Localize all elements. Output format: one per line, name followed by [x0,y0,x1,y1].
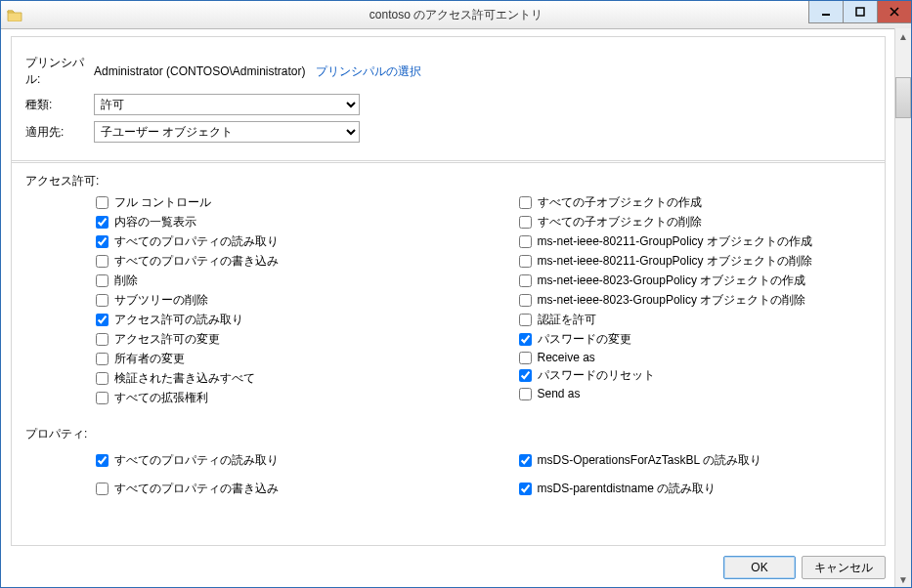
permission-left-label: すべての拡張権利 [114,390,208,406]
permissions-left-column: フル コントロール内容の一覧表示すべてのプロパティの読み取りすべてのプロパティの… [25,193,449,408]
properties-columns: すべてのプロパティの読み取りすべてのプロパティの書き込み msDS-Operat… [25,446,871,503]
permission-left-label: フル コントロール [114,194,211,211]
permission-right-row: パスワードのリセット [519,366,872,386]
property-left-checkbox[interactable] [96,454,109,467]
titlebar: contoso のアクセス許可エントリ [1,1,911,29]
permission-right-row: パスワードの変更 [519,330,872,350]
permission-left-label: 内容の一覧表示 [114,214,196,231]
permission-right-label: ms-net-ieee-80211-GroupPolicy オブジェクトの削除 [538,253,812,270]
permission-left-checkbox[interactable] [96,333,109,346]
permission-right-checkbox[interactable] [519,314,532,326]
applies-label: 適用先: [25,124,94,141]
permission-right-label: パスワードの変更 [538,331,631,348]
property-left-label: すべてのプロパティの読み取り [114,452,279,469]
permission-left-label: すべてのプロパティの書き込み [114,253,279,270]
permission-right-label: Send as [538,387,581,400]
permission-entry-window: contoso のアクセス許可エントリ ▲ ▼ プリンシパル: Administ… [0,0,912,588]
permission-right-row: ms-net-ieee-80211-GroupPolicy オブジェクトの削除 [519,252,872,272]
permission-right-checkbox[interactable] [519,216,532,229]
type-select[interactable]: 許可 [94,94,360,115]
property-left-checkbox[interactable] [96,483,109,495]
permission-left-row: 所有者の変更 [96,350,449,369]
scroll-up-arrow[interactable]: ▲ [895,28,911,44]
permission-right-checkbox[interactable] [519,352,532,364]
permission-right-label: ms-net-ieee-8023-GroupPolicy オブジェクトの作成 [538,273,806,289]
permission-left-label: アクセス許可の読み取り [114,312,243,328]
permission-right-checkbox[interactable] [519,294,532,307]
property-right-checkbox[interactable] [519,454,532,467]
permissions-columns: フル コントロール内容の一覧表示すべてのプロパティの読み取りすべてのプロパティの… [25,193,871,408]
principal-row: プリンシパル: Administrator (CONTOSO\Administr… [25,55,871,88]
property-right-label: msDS-OperationsForAzTaskBL の読み取り [538,452,762,469]
permission-right-checkbox[interactable] [519,369,532,382]
permission-right-label: ms-net-ieee-80211-GroupPolicy オブジェクトの作成 [538,233,812,250]
permission-left-label: サブツリーの削除 [114,292,208,309]
folder-icon [7,8,22,21]
permissions-right-column: すべての子オブジェクトの作成すべての子オブジェクトの削除ms-net-ieee-… [449,193,872,408]
close-button[interactable] [877,1,911,23]
permission-left-row: 削除 [96,272,449,291]
type-label: 種類: [25,97,94,113]
properties-left-column: すべてのプロパティの読み取りすべてのプロパティの書き込み [25,446,449,503]
permission-left-row: すべての拡張権利 [96,389,449,408]
permission-left-checkbox[interactable] [96,235,109,248]
property-right-row: msDS-parentdistname の読み取り [519,475,872,503]
permission-left-row: フル コントロール [96,193,449,213]
permission-left-checkbox[interactable] [96,274,109,287]
type-row: 種類: 許可 [25,94,871,115]
permission-left-row: 検証された書き込みすべて [96,369,449,389]
scroll-thumb[interactable] [895,77,911,118]
principal-value: Administrator (CONTOSO\Administrator) [94,64,306,78]
permission-right-label: 認証を許可 [538,312,596,328]
permission-right-checkbox[interactable] [519,274,532,287]
permission-right-row: すべての子オブジェクトの作成 [519,193,872,213]
permission-right-checkbox[interactable] [519,388,532,400]
permission-right-checkbox[interactable] [519,235,532,248]
permission-left-row: アクセス許可の読み取り [96,311,449,330]
permission-left-checkbox[interactable] [96,392,109,404]
permission-right-label: すべての子オブジェクトの削除 [538,214,702,231]
permission-right-row: 認証を許可 [519,311,872,330]
minimize-button[interactable] [808,1,843,23]
ok-button[interactable]: OK [723,556,796,579]
scroll-down-arrow[interactable]: ▼ [895,571,911,587]
applies-row: 適用先: 子ユーザー オブジェクト [25,121,871,143]
permissions-group: アクセス許可: フル コントロール内容の一覧表示すべてのプロパティの読み取りすべ… [11,160,886,546]
permission-right-checkbox[interactable] [519,255,532,268]
window-title: contoso のアクセス許可エントリ [369,7,543,23]
properties-section-label: プロパティ: [25,426,871,442]
permission-left-checkbox[interactable] [96,216,109,229]
permission-left-checkbox[interactable] [96,372,109,385]
window-controls [808,1,911,22]
body-area: プリンシパル: Administrator (CONTOSO\Administr… [1,28,895,587]
permission-left-label: アクセス許可の変更 [114,331,220,348]
permission-left-checkbox[interactable] [96,196,109,209]
permission-right-row: Send as [519,386,872,402]
cancel-button[interactable]: キャンセル [802,556,886,579]
permission-right-row: すべての子オブジェクトの削除 [519,213,872,232]
permission-right-checkbox[interactable] [519,196,532,209]
vertical-scrollbar[interactable]: ▲ ▼ [894,28,911,587]
svg-rect-0 [822,14,830,16]
permission-left-checkbox[interactable] [96,294,109,307]
permission-left-checkbox[interactable] [96,255,109,268]
properties-right-column: msDS-OperationsForAzTaskBL の読み取りmsDS-par… [449,446,872,503]
permission-left-row: サブツリーの削除 [96,291,449,311]
permission-left-label: 検証された書き込みすべて [114,370,255,387]
applies-select[interactable]: 子ユーザー オブジェクト [94,121,360,143]
permission-right-row: ms-net-ieee-8023-GroupPolicy オブジェクトの削除 [519,291,872,311]
property-right-checkbox[interactable] [519,483,532,495]
principal-label: プリンシパル: [25,55,94,88]
permission-right-label: パスワードのリセット [538,367,655,384]
property-right-label: msDS-parentdistname の読み取り [538,481,717,497]
select-principal-link[interactable]: プリンシパルの選択 [316,63,421,80]
principal-group: プリンシパル: Administrator (CONTOSO\Administr… [11,36,886,163]
permission-right-checkbox[interactable] [519,333,532,346]
permission-left-checkbox[interactable] [96,314,109,326]
property-right-row: msDS-OperationsForAzTaskBL の読み取り [519,446,872,475]
properties-block: プロパティ: すべてのプロパティの読み取りすべてのプロパティの書き込み msDS… [25,426,871,503]
svg-rect-1 [856,8,864,16]
permissions-section-label: アクセス許可: [25,173,871,189]
permission-left-checkbox[interactable] [96,353,109,365]
maximize-button[interactable] [843,1,877,23]
